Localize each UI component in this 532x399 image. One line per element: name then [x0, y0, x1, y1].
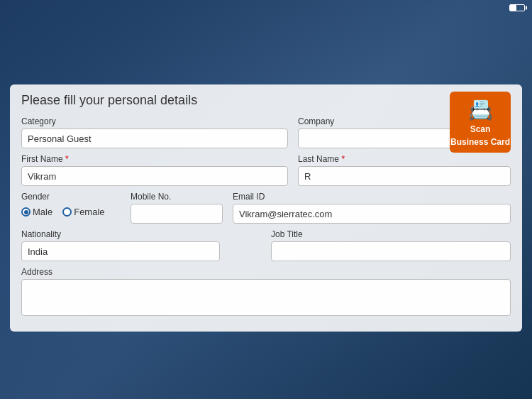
email-label: Email ID — [233, 192, 511, 202]
row-category-company: Category Company — [21, 116, 511, 148]
group-nationality: Nationality — [21, 229, 261, 261]
group-mobile: Mobile No. — [131, 192, 223, 224]
group-address: Address — [21, 267, 511, 316]
row-names: First Name * Last Name * — [21, 154, 511, 186]
battery-icon — [509, 4, 525, 11]
scan-label-line2: Business Card — [450, 137, 510, 147]
job-title-input[interactable] — [271, 241, 511, 261]
gender-female-text: Female — [74, 207, 104, 217]
gender-female-label[interactable]: Female — [62, 207, 104, 217]
form-card: Please fill your personal details 📇 Scan… — [10, 84, 522, 332]
battery-fill — [510, 5, 516, 11]
gender-options: Male Female — [21, 207, 121, 217]
nationality-input[interactable] — [21, 241, 220, 261]
form-title: Please fill your personal details — [21, 93, 511, 108]
group-job-title: Job Title — [271, 229, 511, 261]
email-input[interactable] — [233, 204, 511, 224]
address-label: Address — [21, 267, 511, 277]
content-area: Please fill your personal details 📇 Scan… — [0, 77, 532, 365]
group-category: Category — [21, 116, 288, 148]
gender-male-text: Male — [33, 207, 52, 217]
group-email: Email ID — [233, 192, 511, 224]
group-gender: Gender Male Female — [21, 192, 121, 217]
address-input[interactable] — [21, 279, 511, 316]
mobile-label: Mobile No. — [131, 192, 223, 202]
nationality-label: Nationality — [21, 229, 261, 239]
gender-female-radio[interactable] — [62, 207, 72, 217]
first-name-input[interactable] — [21, 166, 288, 186]
business-card-icon: 📇 — [468, 98, 493, 121]
last-name-input[interactable] — [298, 166, 511, 186]
job-title-label: Job Title — [271, 229, 511, 239]
group-first-name: First Name * — [21, 154, 288, 186]
last-name-label: Last Name * — [298, 154, 511, 164]
first-name-label: First Name * — [21, 154, 288, 164]
group-last-name: Last Name * — [298, 154, 511, 186]
category-input[interactable] — [21, 129, 288, 148]
scan-label-line1: Scan — [470, 124, 491, 134]
main-container: iPad 📶 4:42 PM 45% SIERRA Visitor Self S… — [0, 0, 532, 399]
category-label: Category — [21, 116, 288, 126]
scan-business-card-button[interactable]: 📇 Scan Business Card — [450, 92, 511, 153]
mobile-input[interactable] — [131, 204, 223, 224]
gender-label: Gender — [21, 192, 121, 202]
row-address: Address — [21, 267, 511, 316]
gender-male-radio[interactable] — [21, 207, 31, 217]
gender-male-label[interactable]: Male — [21, 207, 52, 217]
row-gender-mobile-email: Gender Male Female Mobile No. — [21, 192, 511, 224]
row-nationality-jobtitle: Nationality Job Title — [21, 229, 511, 261]
